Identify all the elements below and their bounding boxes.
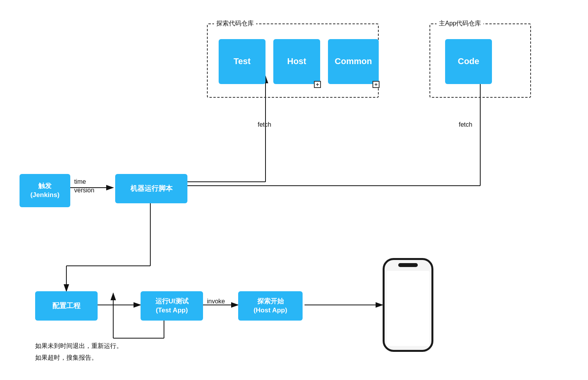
test-box: Test	[219, 39, 265, 84]
invoke-label: invoke	[207, 298, 225, 305]
time-label: time	[74, 178, 86, 185]
note2: 如果超时，搜集报告。	[35, 354, 98, 362]
version-label: version	[74, 187, 94, 194]
host-box: Host +	[273, 39, 320, 84]
host-plus-icon: +	[314, 81, 321, 88]
config-box: 配置工程	[35, 291, 98, 321]
phone	[383, 258, 433, 352]
note1: 如果未到时间退出，重新运行。	[35, 342, 123, 350]
common-box: Common +	[328, 39, 379, 84]
code-box: Code	[445, 39, 492, 84]
main-repo-label: 主App代码仓库	[437, 20, 483, 28]
trigger-box: 触发 (Jenkins)	[20, 174, 70, 207]
fetch2-label: fetch	[459, 121, 472, 128]
phone-notch	[398, 263, 418, 267]
fetch1-label: fetch	[258, 121, 271, 128]
common-plus-icon: +	[372, 81, 380, 88]
phone-screen	[387, 271, 429, 346]
machine-box: 机器运行脚本	[115, 174, 187, 203]
explore-box: 探索开始 (Host App)	[238, 291, 303, 321]
explore-repo-label: 探索代码仓库	[214, 20, 256, 28]
runui-box: 运行UI测试 (Test App)	[141, 291, 203, 321]
